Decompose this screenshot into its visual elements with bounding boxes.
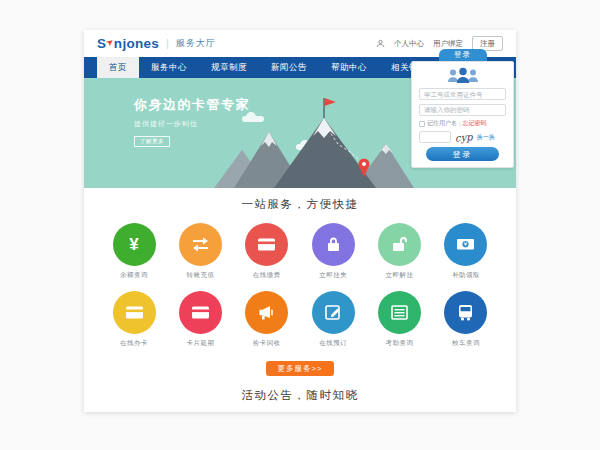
captcha-row: cyp 换一换 [419,131,506,143]
service-item-apply-card[interactable]: 在线办卡 [112,291,156,348]
services-section: 一站服务，方便快捷 ¥ 余额查询 转账充值 [84,188,516,376]
more-services-button[interactable]: 更多服务>> [266,361,334,376]
login-form: 记住用户名 | 忘记密码 cyp 换一换 登录 [411,61,514,168]
nav-item-service-center[interactable]: 服务中心 [139,57,199,78]
service-item-school-bus[interactable]: 校车查询 [444,291,488,348]
nav-item-home[interactable]: 首页 [97,57,139,78]
yen-icon: ¥ [129,235,138,255]
transfer-icon [190,234,211,255]
service-item-card-extension[interactable]: 卡片延期 [178,291,222,348]
logo[interactable]: S ➤ njones [97,36,159,51]
list-icon [389,302,410,323]
announcements-title: 活动公告，随时知晓 [84,388,516,403]
hero-copy: 你身边的卡管专家 提供捷径一步到位 了解更多 [134,96,250,147]
unlock-icon [389,234,410,255]
logo-text: njones [114,36,159,51]
login-panel: 登录 记住用户名 | 忘记密码 cyp 换一换 [411,49,514,168]
nav-item-news[interactable]: 新闻公告 [259,57,319,78]
service-item-balance[interactable]: ¥ 余额查询 [112,223,156,280]
logo-divider: | [166,38,169,49]
forgot-password-link[interactable]: 忘记密码 [463,119,487,128]
card-icon [124,302,145,323]
site-page: S ➤ njones | 服务大厅 个人中心 用户绑定 注册 首页 服务中心 规… [84,30,516,412]
remember-checkbox[interactable] [419,121,425,127]
service-item-transfer[interactable]: 转账充值 [178,223,222,280]
card-icon [256,234,277,255]
banknote-icon: ¥ [455,234,476,255]
edit-icon [323,302,344,323]
announcements-section: 活动公告，随时知晓 使用指南 最新公告 更多>> 使用指南 更多>> [84,376,516,412]
password-input[interactable] [419,104,506,116]
service-item-subsidy[interactable]: ¥ 补助领取 [444,223,488,280]
lock-icon [323,234,344,255]
user-binding-link[interactable]: 用户绑定 [433,39,463,49]
portal-name: 服务大厅 [176,37,216,50]
service-item-online-booking[interactable]: 在线预订 [311,291,355,348]
screenshot-canvas: S ➤ njones | 服务大厅 个人中心 用户绑定 注册 首页 服务中心 规… [0,0,600,450]
remember-label: 记住用户名 [427,119,457,128]
nav-item-help-center[interactable]: 帮助中心 [319,57,379,78]
captcha-refresh-link[interactable]: 换一换 [477,133,495,142]
nav-item-rules[interactable]: 规章制度 [199,57,259,78]
login-button[interactable]: 登录 [426,147,499,161]
remember-divider: | [459,121,461,127]
personal-center-link[interactable]: 个人中心 [394,39,424,49]
card-icon [190,302,211,323]
service-item-online-payment[interactable]: 在线缴费 [245,223,289,280]
hero-subtitle: 提供捷径一步到位 [134,119,250,129]
bus-icon [455,302,476,323]
services-row-2: 在线办卡 卡片延期 捡卡回收 [84,291,516,348]
service-item-report-loss[interactable]: 立即挂失 [311,223,355,280]
hero-cta-button[interactable]: 了解更多 [134,136,170,147]
services-row-1: ¥ 余额查询 转账充值 在线缴费 [84,223,516,280]
hero-title: 你身边的卡管专家 [134,96,250,114]
user-icon [376,39,385,48]
login-tab[interactable]: 登录 [439,49,487,61]
hero-banner: 你身边的卡管专家 提供捷径一步到位 了解更多 登录 [84,78,516,188]
service-item-attendance[interactable]: 考勤查询 [378,291,422,348]
remember-row: 记住用户名 | 忘记密码 [419,119,506,128]
megaphone-icon [256,302,277,323]
services-title: 一站服务，方便快捷 [84,197,516,212]
service-item-card-recovery[interactable]: 捡卡回收 [245,291,289,348]
svg-text:¥: ¥ [464,240,468,247]
service-item-cancel-loss[interactable]: 立即解挂 [378,223,422,280]
username-input[interactable] [419,88,506,100]
captcha-input[interactable] [419,131,451,143]
users-group-icon [445,66,481,85]
captcha-image[interactable]: cyp [455,131,474,143]
